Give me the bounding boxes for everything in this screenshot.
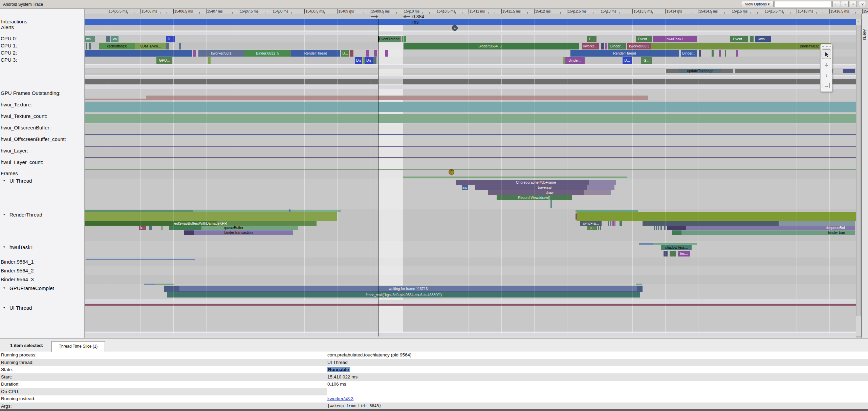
trace-slice-fragment[interactable] [149, 226, 152, 230]
group-header-mdss-fb0[interactable]: ▾mdss_fb0 (pid 6848) [0, 300, 856, 304]
trace-slice-fragment[interactable] [643, 221, 855, 226]
fast-forward-button[interactable]: » [850, 1, 857, 7]
trace-slice[interactable]: Dis [355, 57, 362, 64]
trace-slice[interactable]: Binder:6832_ [651, 43, 831, 49]
trace-slice[interactable]: dequeueBuf [667, 226, 855, 230]
trace-slice[interactable]: EventThread [378, 36, 400, 42]
selection-mode-icon[interactable] [822, 49, 831, 59]
trace-slice-fragment[interactable] [577, 212, 862, 221]
trace-slice-fragment[interactable] [550, 200, 552, 208]
track-label[interactable]: hwui_Layer_count: [1, 159, 43, 165]
trace-slice-fragment[interactable] [403, 177, 627, 178]
alert-marker-icon[interactable]: ▲ [452, 25, 458, 31]
thread-expander-icon[interactable]: ▾ [3, 245, 5, 249]
group-header-com-prefabulated-touchlatency[interactable]: ▾com.prefabulated.touchlatency (pid 9564… [0, 85, 856, 89]
track-label[interactable]: hwui_Texture_count: [1, 113, 47, 119]
track-label[interactable]: RenderThread [9, 212, 42, 218]
thread-expander-icon[interactable]: ▾ [3, 213, 5, 216]
trace-slice-fragment[interactable] [656, 226, 657, 230]
trace-slice-fragment[interactable] [750, 36, 754, 42]
nav-forward-button[interactable]: → [841, 1, 849, 7]
track-label[interactable]: CPU 0: [1, 36, 17, 41]
track-label[interactable]: Binder:9564_1 [1, 259, 34, 265]
trace-slice-fragment[interactable] [179, 43, 181, 49]
vertical-scrollbar-thumb[interactable] [856, 25, 861, 316]
trace-slice[interactable]: Binder:9564_3 [404, 43, 577, 49]
toolbar-drag-handle[interactable] [822, 45, 831, 48]
scroll-up-icon[interactable]: ▲ [857, 20, 860, 23]
timing-mode-icon[interactable]: ↔ [822, 81, 831, 90]
trace-slice[interactable]: wo... [85, 36, 95, 42]
trace-slice-fragment[interactable] [725, 50, 726, 57]
trace-slice-fragment[interactable] [577, 43, 579, 49]
trace-slice[interactable]: G... [641, 57, 652, 64]
trace-slice[interactable]: updateTexImage [679, 69, 721, 73]
trace-slice[interactable]: Dis [365, 57, 373, 64]
trace-slice-fragment[interactable] [576, 213, 577, 220]
trace-slice[interactable]: SDM_Even... [135, 43, 166, 49]
trace-slice-fragment[interactable] [289, 209, 290, 212]
trace-slice[interactable]: kwo... [755, 36, 771, 42]
track-label[interactable]: hwui_OffscreenBuffer: [1, 125, 51, 130]
trace-slice[interactable]: draw [488, 190, 611, 195]
track-label[interactable]: Binder:9564_2 [1, 268, 34, 273]
trace-slice[interactable]: Choreographer#doFrame [456, 180, 616, 185]
trace-slice[interactable]: Binder:6832_5 [244, 50, 291, 57]
trace-slice-fragment[interactable] [85, 210, 193, 212]
trace-slice-fragment[interactable] [85, 102, 856, 112]
trace-slice-fragment[interactable] [144, 284, 155, 285]
trace-slice[interactable]: binder transaction [184, 230, 293, 235]
trace-slice-fragment[interactable] [288, 50, 290, 57]
trace-slice-fragment[interactable] [563, 57, 565, 64]
track-label[interactable]: hwui_Layer: [1, 148, 28, 153]
track-label[interactable]: Frames [1, 170, 18, 176]
trace-slice[interactable]: Event... [636, 36, 652, 42]
trace-slice-fragment[interactable] [85, 146, 856, 147]
trace-slice[interactable]: shadow tess... [661, 245, 692, 250]
track-label[interactable]: GPU Frames Outstanding: [1, 90, 61, 96]
trace-slice-fragment[interactable] [385, 50, 388, 57]
trace-slice-fragment[interactable] [155, 284, 174, 285]
trace-slice[interactable]: queueBuffer [169, 226, 298, 230]
trace-slice-fragment[interactable] [85, 304, 856, 306]
trace-slice[interactable]: inp [462, 185, 468, 190]
trace-slice-fragment[interactable] [373, 57, 376, 64]
trace-slice-fragment[interactable] [653, 243, 697, 245]
trace-slice-fragment[interactable] [639, 243, 653, 245]
view-options-dropdown[interactable]: View Options ▾ [741, 1, 774, 7]
trace-slice[interactable]: tes... [678, 251, 690, 256]
track-label[interactable]: hwuiTask1 [9, 244, 33, 250]
help-button[interactable]: ? [859, 1, 866, 7]
trace-slice-fragment[interactable] [712, 50, 714, 57]
trace-slice-fragment[interactable] [576, 210, 638, 212]
trace-slice-fragment[interactable] [654, 226, 655, 230]
track-label[interactable]: GPUFrameComplet [9, 285, 54, 291]
trace-slice-fragment[interactable] [612, 221, 614, 226]
trace-slice-fragment[interactable] [719, 50, 721, 57]
trace-slice-fragment[interactable] [735, 69, 833, 73]
trace-slice-fragment[interactable] [660, 226, 662, 230]
trace-slice[interactable]: Binder... [565, 57, 585, 64]
vertical-scrollbar[interactable]: ▲ [856, 19, 862, 336]
trace-slice[interactable]: waiting for frame 113713 [179, 286, 637, 291]
track-label[interactable]: CPU 3: [1, 57, 17, 63]
zoom-mode-icon[interactable]: ↓ [822, 70, 831, 80]
trace-slice-fragment[interactable] [85, 19, 856, 25]
track-label[interactable]: hwui_OffscreenBuffer_count: [1, 136, 66, 142]
group-header-process[interactable]: ▸Process 0 [0, 75, 856, 79]
trace-slice[interactable]: Event... [730, 36, 748, 42]
trace-slice-fragment[interactable] [85, 114, 856, 123]
tab-thread-time-slice[interactable]: Thread Time Slice (1) [51, 341, 105, 352]
trace-slice-fragment[interactable] [598, 226, 599, 230]
group-header-kernel[interactable]: ▸Kernel [0, 31, 856, 35]
trace-slice-fragment[interactable] [161, 226, 162, 230]
time-ruler[interactable]: 15405.5 ms15406 ms15406.5 ms15407 ms1540… [85, 9, 868, 14]
trace-slice[interactable]: hwuiTask1 [653, 36, 697, 42]
trace-slice[interactable]: p... [587, 226, 597, 230]
trace-slice[interactable]: fence_wait("kgsl-3d0-pid-9564-ctx-6-ts-4… [167, 292, 640, 297]
trace-slice-fragment[interactable] [86, 43, 87, 49]
track-label[interactable]: Interactions [1, 19, 27, 24]
track-label[interactable]: CPU 2: [1, 50, 17, 56]
trace-slice[interactable]: RenderThread [570, 50, 679, 57]
trace-slice[interactable]: kw [111, 36, 118, 42]
